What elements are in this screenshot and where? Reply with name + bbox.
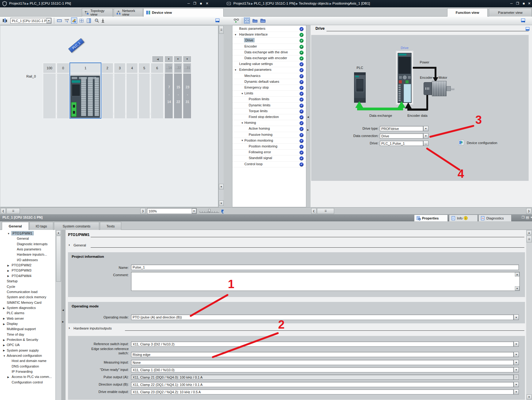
close-icon[interactable]: ✕ xyxy=(205,2,209,6)
splitter-left-icon[interactable]: ◀ xyxy=(307,116,309,118)
io-column-header[interactable]: ...14 xyxy=(164,63,173,73)
section-properties-icon[interactable] xyxy=(524,26,530,32)
inspector-nav-display[interactable]: ▶Display xyxy=(0,322,55,327)
scroll-down-icon[interactable]: ▼ xyxy=(219,200,224,206)
slot-5[interactable] xyxy=(138,74,150,118)
inspector-nav-i-o-addresses[interactable]: I/O addresses xyxy=(0,258,55,263)
breadcrumb[interactable]: Project17a ▶ PLC_1 [CPU 1511C-1 PN] ▶ Te… xyxy=(233,2,370,5)
window-properties-icon[interactable] xyxy=(520,17,526,24)
io-column-expand-icon[interactable]: ▼ xyxy=(174,56,182,63)
splitter-right-icon[interactable]: ▶ xyxy=(307,129,309,131)
inspector-splitter[interactable]: ◀ ▶ xyxy=(61,230,66,400)
nav-item-standstill-signal[interactable]: Standstill signal✔ xyxy=(232,155,306,161)
nav-item-active-homing[interactable]: Active homing✔ xyxy=(232,126,306,132)
inspector-nav-plc-alarms[interactable]: PLC alarms xyxy=(0,311,55,316)
scroll-up-icon[interactable]: ▲ xyxy=(56,230,61,235)
inspector-tree-vscrollbar[interactable]: ▲ xyxy=(56,230,61,400)
scroll-down-icon[interactable]: ▼ xyxy=(526,394,532,399)
slot-3[interactable] xyxy=(114,74,126,118)
dropdown-icon[interactable]: ▼ xyxy=(514,382,519,387)
slot-header-6[interactable]: 6 xyxy=(151,63,164,73)
nav-item-dynamic-default-values[interactable]: Dynamic default values✔ xyxy=(232,79,306,85)
general-section-arrow-icon[interactable]: › xyxy=(69,243,70,247)
breadcrumb-item[interactable]: PLC_1 [CPU 1511C-1 PN] xyxy=(254,2,295,5)
tree-collapsed-icon[interactable]: ▶ xyxy=(3,317,5,320)
inspector-nav-simatic-memory-card[interactable]: SIMATIC Memory Card xyxy=(0,300,55,306)
inspector-nav-pto3-pwm3[interactable]: ▶PTO3/PWM3 xyxy=(0,268,55,273)
slot-header-2[interactable]: 2 xyxy=(101,63,113,73)
name-input[interactable]: Pulse_1 xyxy=(131,265,519,270)
scroll-down2-icon[interactable]: ▼ xyxy=(219,184,224,189)
panel-tab-info[interactable]: iInfoi xyxy=(449,215,478,221)
form-vscrollbar[interactable]: ▲ ☰ ▼ xyxy=(526,230,532,400)
open-folder-icon[interactable] xyxy=(252,17,258,24)
zoom-slider-handle[interactable] xyxy=(208,209,210,212)
tree-collapsed-icon[interactable]: ▶ xyxy=(3,344,5,347)
inspector-nav-time-of-day[interactable]: Time of day xyxy=(0,332,55,337)
vscroll-thumb[interactable]: ☰ xyxy=(526,236,532,242)
slot-header-4[interactable]: 4 xyxy=(126,63,138,73)
device-select-dropdown-icon[interactable]: ▼ xyxy=(47,18,51,23)
inspector-nav-hardware-inputs-o-[interactable]: Hardware inputs/o... xyxy=(0,252,55,257)
field-select[interactable]: X11, Clamp 22 (DQ1 / %Q4.1): 100 kHz / 0… xyxy=(131,382,514,387)
inspector-nav-multilingual-support[interactable]: Multilingual support xyxy=(0,327,55,332)
nav-item-position-monitoring[interactable]: Position monitoring✔ xyxy=(232,144,306,150)
inspector-tab-general[interactable]: General xyxy=(2,222,29,230)
inspector-nav-advanced-configuration[interactable]: ▼Advanced configuration xyxy=(0,353,55,359)
dropdown-icon[interactable]: ▼ xyxy=(514,341,519,347)
inspector-tab-texts[interactable]: Texts xyxy=(100,222,121,230)
columns-view-icon[interactable] xyxy=(86,17,92,24)
nav-item-basic-parameters[interactable]: Basic parameters✔ xyxy=(232,26,306,32)
zoom-icon[interactable] xyxy=(94,17,100,24)
tree-expanded-icon[interactable]: ▼ xyxy=(234,69,237,71)
tree-expanded-icon[interactable]: ▼ xyxy=(3,355,6,357)
nav-item-position-monitoring[interactable]: ▼Position monitoring✔ xyxy=(232,138,306,144)
nav-item-hardware-interface[interactable]: ▼Hardware interface✔ xyxy=(232,32,306,38)
inspector-nav-axis-parameters[interactable]: Axis parameters xyxy=(0,247,55,252)
inspector-nav-configuration-control[interactable]: Configuration control xyxy=(0,380,55,385)
zoom-slider[interactable] xyxy=(200,211,219,213)
panel-tab-diagnostics[interactable]: Diagnostics xyxy=(478,215,511,221)
nav-item-dynamic-limits[interactable]: Dynamic limits✔ xyxy=(232,103,306,109)
tree-expanded-icon[interactable]: ▼ xyxy=(241,122,243,124)
io-column-header[interactable]: ...22 xyxy=(174,63,182,73)
nav-item-homing[interactable]: ▼Homing✔ xyxy=(232,120,306,126)
close-icon[interactable]: ✕ xyxy=(527,2,532,6)
nav-item-position-limits[interactable]: Position limits✔ xyxy=(232,97,306,102)
hscroll-thumb[interactable]: ☰ xyxy=(6,208,20,214)
tree-collapsed-icon[interactable]: ▶ xyxy=(7,269,9,272)
tree-collapsed-icon[interactable]: ▶ xyxy=(3,323,5,326)
tree-collapsed-icon[interactable]: ▶ xyxy=(7,275,9,277)
general-section-label[interactable]: General xyxy=(74,243,86,247)
slot-2[interactable] xyxy=(101,74,113,118)
dropdown-icon[interactable]: ▼ xyxy=(514,389,519,394)
nav-item-extended-parameters[interactable]: ▼Extended parameters✔ xyxy=(232,67,306,73)
nav-item-data-exchange-with-encoder[interactable]: Data exchange with encoder✔ xyxy=(232,55,306,61)
inspector-nav-dns-configuration[interactable]: DNS configuration xyxy=(0,364,55,369)
tree-expanded-icon[interactable]: ▼ xyxy=(234,33,237,36)
breadcrumb-item[interactable]: Technology objects xyxy=(299,2,329,5)
inspector-nav-opc-ua[interactable]: ▶OPC UA xyxy=(0,343,55,348)
dropdown-icon[interactable]: ▼ xyxy=(423,133,428,139)
slot-0[interactable] xyxy=(57,74,70,118)
device-select[interactable]: PLC_1 [CPU 1511C-1 PN] xyxy=(10,18,51,24)
nav-item-encoder[interactable]: Encoder✔ xyxy=(232,44,306,50)
slot-header-3[interactable]: 3 xyxy=(114,63,126,73)
dropdown-icon[interactable]: ▼ xyxy=(514,367,519,372)
nav-item-mechanics[interactable]: Mechanics✔ xyxy=(232,73,306,79)
hardware-section-label[interactable]: Hardware inputs/outputs xyxy=(74,326,112,330)
scroll-left-icon[interactable]: ❮ xyxy=(1,208,6,214)
device-configuration-icon[interactable] xyxy=(458,139,464,146)
slot-6[interactable] xyxy=(151,74,164,118)
comment-scroll-down-icon[interactable]: ▼ xyxy=(515,286,519,291)
page-properties-icon[interactable] xyxy=(214,17,221,24)
inspector-nav-cycle[interactable]: Cycle xyxy=(0,284,55,290)
tree-expanded-icon[interactable]: ▼ xyxy=(241,92,243,95)
comment-scroll-up-icon[interactable]: ▲ xyxy=(515,272,519,276)
inspector-nav-web-server[interactable]: ▶Web server xyxy=(0,316,55,322)
tab-topology-view[interactable]: Topology view xyxy=(82,8,113,17)
zoom-select-dropdown-icon[interactable]: ▼ xyxy=(192,208,196,214)
edit-glasses-icon[interactable] xyxy=(71,17,77,24)
tree-splitter[interactable]: ◀ ▶ xyxy=(306,25,311,207)
inspector-nav-general[interactable]: General xyxy=(0,236,55,242)
